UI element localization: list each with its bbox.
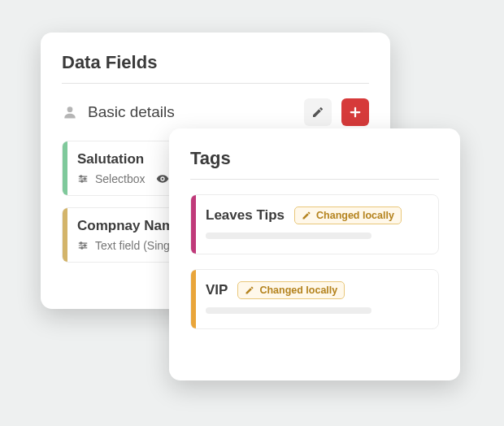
- edit-section-button[interactable]: [304, 98, 332, 126]
- badge-label: Changed locally: [316, 210, 394, 221]
- svg-point-14: [84, 245, 85, 246]
- eye-icon: [156, 172, 169, 185]
- tag-head: VIP Changed locally: [206, 281, 427, 299]
- placeholder-bar: [206, 307, 371, 314]
- tag-row[interactable]: Leaves Tips Changed locally: [190, 194, 439, 254]
- pencil-icon: [245, 285, 254, 295]
- field-accent: [63, 141, 67, 195]
- sliders-icon: [77, 173, 89, 185]
- tag-accent: [191, 270, 196, 328]
- changed-locally-badge: Changed locally: [294, 206, 402, 224]
- divider: [62, 83, 369, 84]
- sliders-icon: [77, 240, 89, 251]
- tags-card: Tags Leaves Tips Changed locally VIP Cha…: [169, 128, 460, 380]
- add-field-button[interactable]: [341, 98, 369, 126]
- badge-label: Changed locally: [259, 285, 337, 296]
- svg-point-9: [162, 178, 164, 180]
- svg-point-8: [81, 180, 83, 182]
- tag-row[interactable]: VIP Changed locally: [190, 269, 439, 329]
- tag-accent: [191, 195, 196, 254]
- svg-point-15: [81, 247, 83, 249]
- plus-icon: [348, 105, 363, 120]
- field-accent: [63, 208, 67, 262]
- svg-point-0: [67, 106, 73, 112]
- pencil-icon: [311, 106, 324, 119]
- tags-title: Tags: [190, 148, 439, 169]
- svg-point-7: [84, 178, 85, 180]
- svg-point-6: [80, 176, 82, 177]
- section-header: Basic details: [62, 98, 369, 126]
- data-fields-title: Data Fields: [62, 52, 369, 73]
- person-icon: [62, 104, 78, 120]
- field-type-label: Selectbox: [95, 172, 145, 185]
- placeholder-bar: [206, 233, 371, 239]
- section-title: Basic details: [88, 103, 294, 121]
- changed-locally-badge: Changed locally: [237, 281, 345, 299]
- svg-point-13: [80, 242, 82, 244]
- tag-name: Leaves Tips: [206, 207, 285, 224]
- tag-head: Leaves Tips Changed locally: [206, 206, 427, 224]
- pencil-icon: [302, 211, 311, 220]
- divider: [190, 179, 439, 180]
- tag-name: VIP: [206, 282, 228, 298]
